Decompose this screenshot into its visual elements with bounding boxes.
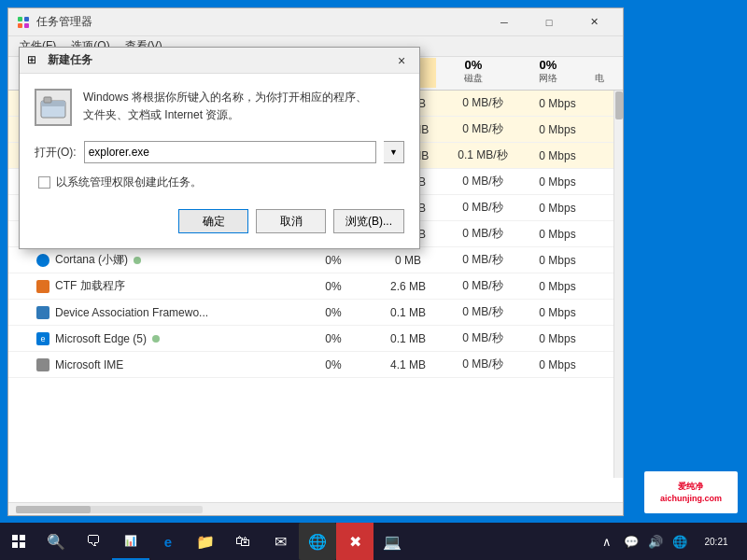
row-disk: 0 MB/秒 xyxy=(445,278,520,294)
table-row[interactable]: ▶ CTF 加载程序 0% 2.6 MB 0 MB/秒 0 Mbps xyxy=(8,273,623,300)
row-net: 0 Mbps xyxy=(520,280,595,293)
process-name: Microsoft Edge (5) xyxy=(55,332,147,345)
table-row[interactable]: ▶ Device Association Framewo... 0% 0.1 M… xyxy=(8,300,623,326)
svg-rect-8 xyxy=(12,535,18,540)
status-dot xyxy=(134,257,141,264)
watermark: 爱纯净aichunjing.com xyxy=(644,471,738,513)
row-disk: 0 MB/秒 xyxy=(445,330,520,346)
table-row[interactable]: ▶ Microsoft IME 0% 4.1 MB 0 MB/秒 0 Mbps xyxy=(8,352,623,378)
store-taskbar[interactable]: 🛍 xyxy=(224,523,261,560)
disk-label: 磁盘 xyxy=(464,72,483,85)
row-net: 0 Mbps xyxy=(520,123,595,136)
browse-button[interactable]: 浏览(B)... xyxy=(333,209,404,233)
table-row[interactable]: ▶ e Microsoft Edge (5) 0% 0.1 MB 0 MB/秒 … xyxy=(8,326,623,352)
net-percent: 0% xyxy=(540,58,557,72)
taskmanager-taskbar[interactable]: 📊 xyxy=(112,523,149,560)
col-disk-header[interactable]: 0% 磁盘 xyxy=(436,58,511,88)
checkbox-label: 以系统管理权限创建此任务。 xyxy=(56,175,202,190)
svg-rect-11 xyxy=(20,542,25,548)
system-tray: ∧ 💬 🔊 🌐 20:21 xyxy=(596,523,747,560)
status-dot xyxy=(152,335,160,343)
process-icon xyxy=(36,254,49,267)
row-disk: 0 MB/秒 xyxy=(445,252,520,268)
tray-message[interactable]: 💬 xyxy=(620,523,642,560)
dialog-big-icon xyxy=(35,89,72,126)
row-cpu: 0% xyxy=(296,280,371,293)
dialog-checkbox-row: 以系统管理权限创建此任务。 xyxy=(35,175,404,190)
dialog-body: Windows 将根据你所键入的名称，为你打开相应的程序、文件夹、文档或 Int… xyxy=(20,74,419,248)
row-disk: 0 MB/秒 xyxy=(445,226,520,242)
search-taskbar-button[interactable]: 🔍 xyxy=(37,523,75,560)
row-net: 0 Mbps xyxy=(520,332,595,345)
col-net-header[interactable]: 0% 网络 xyxy=(511,58,585,88)
row-name: ▶ CTF 加载程序 xyxy=(8,278,296,294)
row-net: 0 Mbps xyxy=(520,358,595,371)
new-task-dialog: ⊞ 新建任务 × Windows 将根据你所键入的名称，为你打开相应的程序、文件… xyxy=(19,47,420,249)
h-scrollbar-thumb[interactable] xyxy=(16,506,91,513)
scrollbar[interactable] xyxy=(613,91,623,478)
svg-rect-2 xyxy=(18,23,22,28)
dialog-icon: ⊞ xyxy=(27,53,42,68)
svg-rect-6 xyxy=(44,97,51,103)
net-label: 网络 xyxy=(539,72,557,85)
close-button[interactable]: ✕ xyxy=(572,8,615,36)
network-taskbar[interactable]: 🌐 xyxy=(299,523,336,560)
power-label: 电 xyxy=(595,72,604,85)
process-name: Device Association Framewo... xyxy=(55,306,208,319)
row-net: 0 Mbps xyxy=(520,306,595,319)
row-name: ▶ e Microsoft Edge (5) xyxy=(8,331,296,346)
row-net: 0 Mbps xyxy=(520,175,595,189)
edge-taskbar[interactable]: e xyxy=(149,523,187,560)
dialog-titlebar: ⊞ 新建任务 × xyxy=(20,48,419,74)
taskmanager-icon xyxy=(16,15,31,30)
dialog-buttons: 确定 取消 浏览(B)... xyxy=(35,209,404,233)
process-name: CTF 加载程序 xyxy=(55,278,125,294)
process-icon: e xyxy=(36,332,49,345)
dialog-close-button[interactable]: × xyxy=(391,50,412,71)
mail-taskbar[interactable]: ✉ xyxy=(261,523,299,560)
maximize-button[interactable]: □ xyxy=(528,8,571,36)
cancel-button[interactable]: 取消 xyxy=(256,209,326,233)
row-net: 0 Mbps xyxy=(520,149,595,162)
minimize-button[interactable]: ─ xyxy=(483,8,526,36)
row-name: ▶ Device Association Framewo... xyxy=(8,305,296,320)
open-input[interactable] xyxy=(84,141,376,163)
taskview-button[interactable]: 🗨 xyxy=(75,523,112,560)
col-power-header[interactable]: 电 xyxy=(585,72,613,88)
row-cpu: 0% xyxy=(296,332,371,345)
row-cpu: 0% xyxy=(296,358,371,371)
process-icon xyxy=(36,358,49,371)
taskbar: 🔍 🗨 📊 e 📁 🛍 ✉ 🌐 ✖ 💻 ∧ 💬 🔊 🌐 20:21 xyxy=(0,523,747,560)
row-disk: 0 MB/秒 xyxy=(445,200,520,216)
window-title: 任务管理器 xyxy=(36,14,483,30)
tray-network[interactable]: 🌐 xyxy=(669,523,691,560)
horizontal-scrollbar[interactable] xyxy=(8,502,623,515)
table-row[interactable]: ▶ Cortana (小娜) 0% 0 MB 0 MB/秒 0 Mbps xyxy=(8,247,623,273)
dropdown-button[interactable]: ▼ xyxy=(384,141,404,163)
admin-checkbox[interactable] xyxy=(38,176,50,189)
close-taskbar[interactable]: ✖ xyxy=(336,523,374,560)
expand-icon[interactable]: ▶ xyxy=(16,357,31,372)
explorer-taskbar[interactable]: 📁 xyxy=(187,523,224,560)
expand-icon[interactable]: ▶ xyxy=(16,279,31,294)
row-disk: 0 MB/秒 xyxy=(445,357,520,372)
row-disk: 0 MB/秒 xyxy=(445,304,520,320)
row-name: ▶ Microsoft IME xyxy=(8,357,296,372)
row-disk: 0 MB/秒 xyxy=(445,95,520,111)
expand-icon[interactable]: ▶ xyxy=(16,305,31,320)
ok-button[interactable]: 确定 xyxy=(178,209,248,233)
row-disk: 0 MB/秒 xyxy=(445,174,520,189)
expand-icon[interactable]: ▶ xyxy=(16,253,31,268)
tray-volume[interactable]: 🔊 xyxy=(644,523,667,560)
svg-rect-0 xyxy=(18,17,22,21)
expand-icon[interactable]: ▶ xyxy=(16,331,31,346)
row-mem: 0 MB xyxy=(371,254,445,267)
tray-chevron[interactable]: ∧ xyxy=(596,523,618,560)
row-mem: 0.1 MB xyxy=(371,332,445,345)
start-button[interactable] xyxy=(0,523,37,560)
scrollbar-thumb[interactable] xyxy=(615,91,623,119)
row-mem: 2.6 MB xyxy=(371,280,445,293)
desktop-taskbar[interactable]: 💻 xyxy=(374,523,411,560)
row-net: 0 Mbps xyxy=(520,254,595,267)
clock[interactable]: 20:21 xyxy=(693,523,740,560)
